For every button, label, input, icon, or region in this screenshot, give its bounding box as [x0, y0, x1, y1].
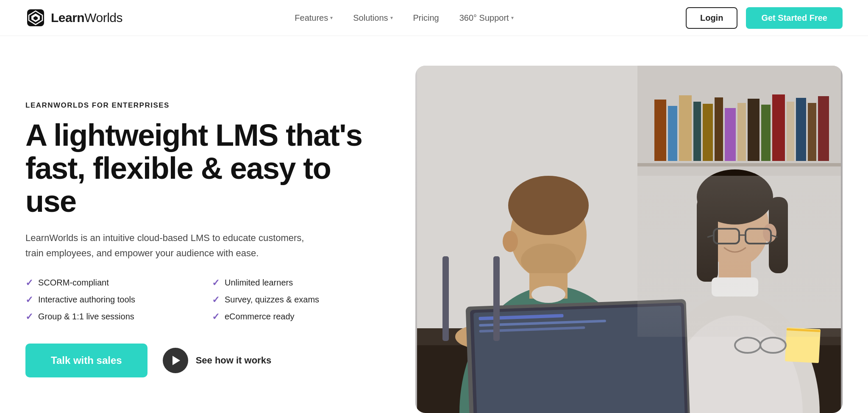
navbar-right: Login Get Started Free	[686, 7, 843, 29]
svg-rect-13	[725, 108, 736, 161]
main-nav: Features ▾ Solutions ▾ Pricing 360° Supp…	[295, 13, 513, 23]
svg-rect-6	[637, 163, 841, 166]
svg-point-31	[531, 286, 565, 303]
svg-rect-7	[654, 100, 666, 161]
features-list: ✓ SCORM-compliant ✓ Unlimited learners ✓…	[25, 277, 373, 322]
svg-rect-14	[737, 103, 746, 161]
check-icon-unlimited: ✓	[212, 277, 220, 288]
svg-rect-17	[772, 94, 785, 161]
feature-unlimited-learners: ✓ Unlimited learners	[212, 277, 373, 288]
svg-rect-61	[637, 176, 841, 337]
hero-title: A lightweight LMS that's fast, flexible …	[25, 119, 373, 218]
navbar: LearnWorlds Features ▾ Solutions ▾ Prici…	[0, 0, 868, 36]
svg-rect-11	[703, 104, 713, 161]
hero-image	[415, 66, 843, 413]
logo-group: LearnWorlds	[25, 8, 122, 28]
svg-rect-60	[493, 256, 500, 341]
learnworlds-logo-icon	[25, 8, 46, 28]
feature-authoring: ✓ Interactive authoring tools	[25, 294, 186, 305]
talk-with-sales-button[interactable]: Talk with sales	[25, 344, 147, 377]
svg-rect-59	[442, 256, 449, 341]
svg-point-28	[521, 244, 576, 277]
svg-rect-15	[748, 99, 760, 161]
svg-rect-12	[715, 97, 723, 161]
see-how-it-works-button[interactable]: See how it works	[163, 348, 272, 373]
nav-support[interactable]: 360° Support ▾	[459, 13, 514, 23]
svg-rect-10	[693, 102, 701, 161]
hero-content: LEARNWORLDS FOR ENTERPRISES A lightweigh…	[25, 101, 390, 377]
svg-rect-18	[787, 102, 794, 161]
nav-features[interactable]: Features ▾	[295, 13, 333, 23]
svg-rect-20	[808, 103, 816, 161]
svg-rect-8	[668, 106, 677, 161]
svg-rect-19	[796, 98, 806, 161]
play-triangle-icon	[172, 356, 180, 365]
svg-rect-9	[679, 95, 692, 161]
check-icon-ecommerce: ✓	[212, 311, 220, 322]
nav-pricing[interactable]: Pricing	[413, 13, 439, 23]
hero-section: LEARNWORLDS FOR ENTERPRISES A lightweigh…	[0, 36, 868, 413]
check-icon-scorm: ✓	[25, 277, 33, 288]
feature-live-sessions: ✓ Group & 1:1 live sessions	[25, 311, 186, 322]
check-icon-live: ✓	[25, 311, 33, 322]
solutions-chevron-icon: ▾	[390, 15, 393, 21]
hero-description: LearnWorlds is an intuitive cloud-based …	[25, 230, 305, 260]
svg-point-27	[508, 176, 589, 235]
play-icon	[163, 348, 188, 373]
features-chevron-icon: ▾	[330, 15, 333, 21]
svg-point-29	[503, 231, 518, 252]
nav-solutions[interactable]: Solutions ▾	[353, 13, 392, 23]
svg-rect-16	[761, 105, 771, 161]
check-icon-surveys: ✓	[212, 294, 220, 305]
check-icon-authoring: ✓	[25, 294, 33, 305]
hero-illustration	[415, 66, 843, 413]
feature-ecommerce: ✓ eCommerce ready	[212, 311, 373, 322]
hero-scene-svg	[415, 66, 843, 413]
logo-text: LearnWorlds	[51, 11, 122, 25]
hero-eyebrow: LEARNWORLDS FOR ENTERPRISES	[25, 101, 373, 110]
svg-rect-21	[818, 96, 829, 161]
get-started-button[interactable]: Get Started Free	[746, 7, 843, 29]
support-chevron-icon: ▾	[511, 15, 514, 21]
feature-scorm: ✓ SCORM-compliant	[25, 277, 186, 288]
hero-cta-group: Talk with sales See how it works	[25, 344, 373, 377]
feature-surveys: ✓ Survey, quizzes & exams	[212, 294, 373, 305]
login-button[interactable]: Login	[686, 7, 737, 29]
